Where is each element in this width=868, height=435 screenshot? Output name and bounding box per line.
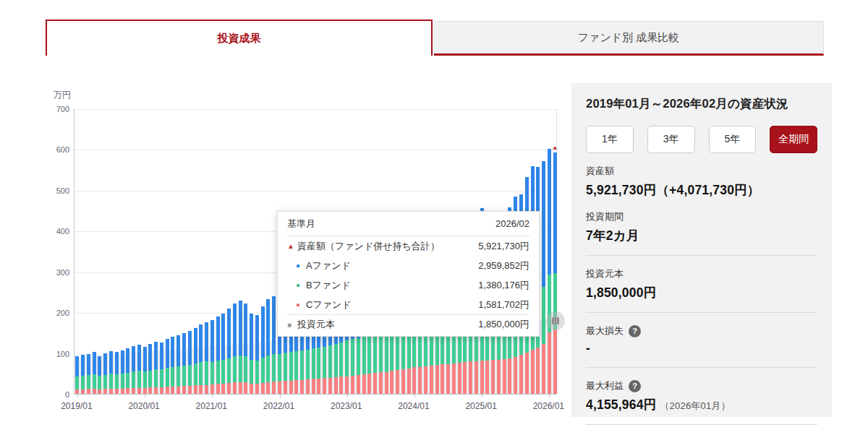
chart-bar-segment[interactable] — [323, 347, 326, 379]
chart-bar-segment[interactable] — [272, 296, 276, 355]
chart-bar-segment[interactable] — [166, 368, 169, 387]
chart-bar-segment[interactable] — [418, 367, 422, 394]
chart-bar-segment[interactable] — [233, 303, 237, 356]
chart-bar-segment[interactable] — [98, 356, 101, 376]
chart-bar-segment[interactable] — [199, 362, 203, 385]
chart-bar-segment[interactable] — [334, 344, 338, 377]
period-button-全期間[interactable]: 全期間 — [770, 126, 817, 153]
chart-bar-segment[interactable] — [278, 354, 281, 382]
period-button-5年[interactable]: 5年 — [709, 126, 757, 153]
chart-bar-segment[interactable] — [294, 380, 298, 394]
chart-bar-segment[interactable] — [373, 373, 377, 394]
chart-bar-segment[interactable] — [272, 382, 276, 394]
chart-bar-segment[interactable] — [244, 303, 247, 356]
help-icon[interactable]: ? — [629, 325, 641, 337]
chart-bar-segment[interactable] — [435, 365, 439, 394]
chart-bar-segment[interactable] — [132, 346, 135, 371]
chart-bar-segment[interactable] — [345, 340, 349, 376]
chart-bar-segment[interactable] — [81, 389, 85, 394]
chart-bar-segment[interactable] — [154, 342, 158, 369]
chart-bar-segment[interactable] — [519, 355, 523, 394]
chart-bar-segment[interactable] — [87, 354, 90, 375]
chart-bar-segment[interactable] — [323, 378, 326, 394]
chart-bar-segment[interactable] — [266, 356, 270, 382]
chart-bar-segment[interactable] — [121, 374, 124, 389]
chart-bar-segment[interactable] — [148, 387, 152, 394]
chart-bar-segment[interactable] — [463, 362, 467, 394]
chart-bar-segment[interactable] — [148, 344, 152, 370]
chart-bar-segment[interactable] — [227, 358, 231, 383]
chart-bar-segment[interactable] — [87, 375, 90, 389]
chart-bar-segment[interactable] — [430, 366, 433, 394]
chart-bar-segment[interactable] — [93, 374, 96, 389]
chart-bar-segment[interactable] — [75, 356, 79, 376]
chart-bar-segment[interactable] — [176, 335, 180, 366]
chart-bar-segment[interactable] — [525, 353, 529, 394]
chart-bar-segment[interactable] — [458, 363, 461, 394]
chart-bar-segment[interactable] — [379, 372, 383, 394]
chart-bar-segment[interactable] — [385, 332, 388, 372]
chart-bar-segment[interactable] — [475, 361, 478, 394]
chart-bar-segment[interactable] — [261, 306, 265, 358]
chart-bar-segment[interactable] — [75, 376, 79, 389]
chart-bar-segment[interactable] — [328, 345, 332, 378]
chart-drag-handle[interactable] — [546, 311, 565, 330]
chart-bar-segment[interactable] — [289, 381, 293, 394]
chart-bar-segment[interactable] — [306, 350, 310, 379]
chart-bar-segment[interactable] — [266, 382, 270, 394]
chart-bar-segment[interactable] — [115, 389, 119, 394]
chart-bar-segment[interactable] — [357, 375, 360, 394]
chart-bar-segment[interactable] — [227, 309, 231, 358]
chart-bar-segment[interactable] — [536, 348, 540, 394]
chart-bar-segment[interactable] — [531, 350, 535, 394]
chart-bar-segment[interactable] — [284, 353, 287, 381]
chart-bar-segment[interactable] — [115, 352, 119, 374]
chart-bar-segment[interactable] — [233, 356, 237, 382]
chart-bar-segment[interactable] — [255, 361, 259, 384]
chart-bar-segment[interactable] — [137, 345, 141, 371]
chart-bar-segment[interactable] — [205, 385, 208, 394]
chart-bar-segment[interactable] — [210, 384, 214, 394]
chart-bar-segment[interactable] — [385, 372, 388, 394]
chart-bar-segment[interactable] — [469, 361, 472, 394]
chart-bar-segment[interactable] — [171, 337, 174, 367]
chart-bar-segment[interactable] — [126, 388, 129, 394]
chart-bar-segment[interactable] — [216, 316, 220, 361]
chart-bar-segment[interactable] — [87, 389, 90, 394]
chart-bar-segment[interactable] — [205, 361, 208, 384]
chart-bar-segment[interactable] — [497, 360, 501, 394]
chart-bar-segment[interactable] — [176, 366, 180, 386]
tab-investment-results[interactable]: 投資成果 — [46, 20, 433, 56]
chart-bar-segment[interactable] — [199, 385, 203, 394]
chart-bar-segment[interactable] — [98, 376, 101, 389]
chart-bar-segment[interactable] — [503, 359, 506, 394]
chart-bar-segment[interactable] — [255, 384, 259, 394]
chart-bar-segment[interactable] — [132, 371, 135, 388]
chart-bar-segment[interactable] — [480, 361, 484, 394]
chart-bar-segment[interactable] — [126, 348, 129, 373]
chart-bar-segment[interactable] — [491, 360, 495, 394]
chart-bar-segment[interactable] — [250, 314, 253, 360]
chart-bar-segment[interactable] — [103, 353, 107, 375]
chart-bar-segment[interactable] — [210, 362, 214, 384]
chart-bar-segment[interactable] — [542, 161, 545, 287]
chart-bar-segment[interactable] — [137, 371, 141, 387]
chart-bar-segment[interactable] — [312, 379, 315, 394]
chart-bar-segment[interactable] — [289, 352, 293, 381]
chart-bar-segment[interactable] — [548, 332, 551, 394]
chart-bar-segment[interactable] — [300, 380, 304, 394]
tab-fund-comparison[interactable]: ファンド別 成果比較 — [434, 21, 824, 56]
chart-bar-segment[interactable] — [452, 363, 456, 394]
chart-bar-segment[interactable] — [93, 389, 96, 394]
chart-bar-segment[interactable] — [239, 382, 242, 394]
chart-bar-segment[interactable] — [126, 373, 129, 388]
chart-bar-segment[interactable] — [401, 369, 405, 394]
chart-bar-segment[interactable] — [239, 356, 242, 382]
chart-bar-segment[interactable] — [345, 376, 349, 394]
chart-bar-segment[interactable] — [160, 387, 163, 394]
chart-bar-segment[interactable] — [103, 375, 107, 389]
chart-bar-segment[interactable] — [373, 334, 377, 373]
chart-bar-segment[interactable] — [412, 367, 416, 394]
chart-bar-segment[interactable] — [103, 389, 107, 394]
chart-bar-segment[interactable] — [407, 369, 411, 394]
